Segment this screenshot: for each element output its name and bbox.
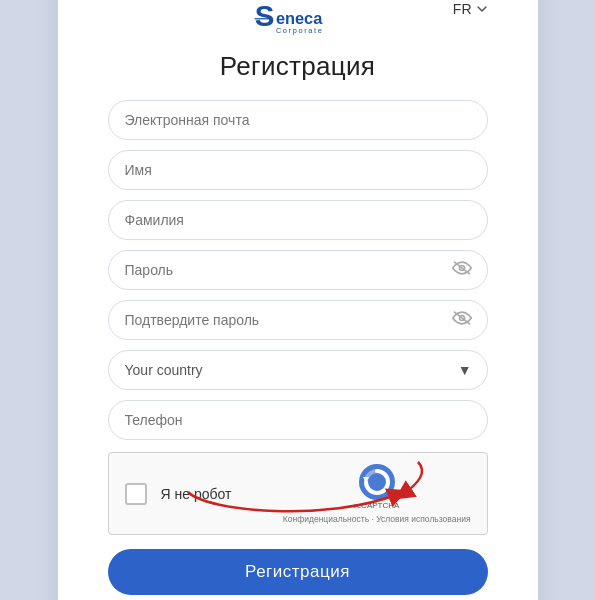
- phone-group: [108, 400, 488, 440]
- password-input[interactable]: [108, 250, 488, 290]
- captcha-checkbox[interactable]: [125, 483, 147, 505]
- language-selector[interactable]: FR: [453, 1, 488, 17]
- country-select[interactable]: Your country: [108, 350, 488, 390]
- confirm-password-input[interactable]: [108, 300, 488, 340]
- password-group: [108, 250, 488, 290]
- captcha-brand: reCAPTCHA Конфиденциальность · Условия и…: [283, 463, 471, 523]
- firstname-group: [108, 150, 488, 190]
- chevron-down-icon: [476, 3, 488, 15]
- svg-text:eneca: eneca: [275, 9, 322, 27]
- svg-rect-3: [254, 18, 272, 19]
- logo-area: S eneca Corporate: [253, 1, 343, 37]
- captcha-wrapper: Я не робот reCAPTCHA Конфиденциальность …: [108, 452, 488, 534]
- lastname-input[interactable]: [108, 200, 488, 240]
- captcha-label: Я не робот: [161, 486, 271, 502]
- confirm-password-group: [108, 300, 488, 340]
- phone-input[interactable]: [108, 400, 488, 440]
- page-title: Регистрация: [108, 51, 488, 82]
- card-header: S eneca Corporate FR: [108, 1, 488, 37]
- captcha-brand-name: reCAPTCHA: [354, 501, 399, 511]
- captcha-policy-links: Конфиденциальность · Условия использован…: [283, 514, 471, 524]
- firstname-input[interactable]: [108, 150, 488, 190]
- captcha-area: Я не робот reCAPTCHA Конфиденциальность …: [108, 452, 488, 534]
- submit-button[interactable]: Регистрация: [108, 549, 488, 595]
- country-group: Your country ▼: [108, 350, 488, 390]
- email-group: [108, 100, 488, 140]
- recaptcha-logo: [358, 463, 396, 501]
- svg-text:Corporate: Corporate: [275, 26, 322, 35]
- lang-label: FR: [453, 1, 472, 17]
- captcha-box: Я не робот reCAPTCHA Конфиденциальность …: [108, 452, 488, 534]
- brand-logo: S eneca Corporate: [253, 1, 343, 37]
- registration-card: S eneca Corporate FR Регистрация: [58, 0, 538, 600]
- email-input[interactable]: [108, 100, 488, 140]
- lastname-group: [108, 200, 488, 240]
- svg-text:S: S: [254, 1, 274, 32]
